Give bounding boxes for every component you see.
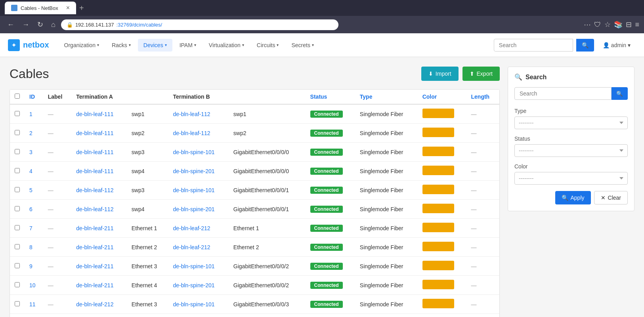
sidebar-search-input[interactable] (514, 87, 612, 100)
nav-search-input[interactable] (494, 39, 573, 52)
row-id[interactable]: 10 (25, 276, 43, 295)
select-all-checkbox[interactable] (15, 94, 20, 99)
row-checkbox[interactable] (15, 225, 20, 230)
row-id[interactable]: 4 (25, 162, 43, 181)
row-checkbox-cell[interactable] (10, 143, 25, 162)
nav-search-button[interactable]: 🔍 (576, 39, 594, 52)
row-term-b-device[interactable]: de-bln-spine-201 (168, 200, 228, 219)
cable-id-link[interactable]: 1 (29, 111, 32, 117)
row-checkbox[interactable] (15, 149, 20, 154)
row-term-a-device[interactable]: de-bln-leaf-111 (71, 162, 127, 181)
row-checkbox[interactable] (15, 187, 20, 192)
row-checkbox[interactable] (15, 206, 20, 211)
row-term-b-device[interactable]: de-bln-leaf-112 (168, 104, 228, 124)
row-checkbox-cell[interactable] (10, 200, 25, 219)
row-term-a-device[interactable]: de-bln-leaf-112 (71, 200, 127, 219)
sidebar-search-button[interactable]: 🔍 (612, 87, 628, 100)
row-id[interactable]: 7 (25, 219, 43, 238)
row-id[interactable]: 5 (25, 181, 43, 200)
row-checkbox[interactable] (15, 244, 20, 249)
cable-id-link[interactable]: 6 (29, 206, 32, 212)
row-term-a-device[interactable]: de-bln-leaf-212 (71, 314, 127, 317)
term-b-device-link[interactable]: de-bln-spine-101 (173, 187, 214, 193)
term-b-device-link[interactable]: de-bln-leaf-212 (173, 225, 210, 231)
term-a-device-link[interactable]: de-bln-leaf-111 (76, 149, 113, 155)
row-id[interactable]: 1 (25, 104, 43, 124)
row-term-b-device[interactable]: de-bln-spine-201 (168, 162, 228, 181)
browser-tab[interactable]: Cables - NetBox × (5, 2, 76, 14)
row-checkbox[interactable] (15, 301, 20, 306)
row-checkbox-cell[interactable] (10, 181, 25, 200)
row-checkbox-cell[interactable] (10, 314, 25, 317)
term-a-device-link[interactable]: de-bln-leaf-112 (76, 187, 113, 193)
term-b-device-link[interactable]: de-bln-spine-101 (173, 263, 214, 269)
term-b-device-link[interactable]: de-bln-leaf-212 (173, 244, 210, 250)
nav-item-ipam[interactable]: IPAM ▾ (174, 39, 202, 52)
filter-status-select[interactable]: -------- (514, 144, 628, 157)
sidebar-toggle-icon[interactable]: ⊟ (626, 20, 632, 29)
row-checkbox[interactable] (15, 168, 20, 173)
cable-id-link[interactable]: 3 (29, 149, 32, 155)
term-a-device-link[interactable]: de-bln-leaf-212 (76, 301, 113, 307)
row-id[interactable]: 3 (25, 143, 43, 162)
nav-item-secrets[interactable]: Secrets ▾ (286, 39, 319, 52)
term-a-device-link[interactable]: de-bln-leaf-211 (76, 263, 113, 269)
row-id[interactable]: 6 (25, 200, 43, 219)
row-term-b-device[interactable]: de-bln-leaf-212 (168, 219, 228, 238)
filter-type-select[interactable]: -------- (514, 116, 628, 129)
row-term-b-device[interactable]: de-bln-spine-201 (168, 276, 228, 295)
cable-id-link[interactable]: 7 (29, 225, 32, 231)
row-checkbox[interactable] (15, 282, 20, 287)
menu-icon[interactable]: ≡ (635, 21, 639, 29)
apply-button[interactable]: 🔍 Apply (555, 191, 591, 204)
cable-id-link[interactable]: 10 (29, 282, 36, 288)
row-term-a-device[interactable]: de-bln-leaf-211 (71, 238, 127, 257)
row-term-a-device[interactable]: de-bln-leaf-211 (71, 276, 127, 295)
row-checkbox-cell[interactable] (10, 238, 25, 257)
nav-item-organization[interactable]: Organization ▾ (59, 39, 105, 52)
row-id[interactable]: 11 (25, 295, 43, 314)
term-a-device-link[interactable]: de-bln-leaf-111 (76, 130, 113, 136)
refresh-button[interactable]: ↻ (35, 19, 46, 31)
cable-id-link[interactable]: 2 (29, 130, 32, 136)
row-term-a-device[interactable]: de-bln-leaf-212 (71, 295, 127, 314)
row-checkbox[interactable] (15, 263, 20, 268)
term-b-device-link[interactable]: de-bln-spine-201 (173, 206, 214, 212)
row-term-b-device[interactable]: de-bln-spine-101 (168, 181, 228, 200)
nav-item-devices[interactable]: Devices ▾ (138, 39, 172, 52)
row-term-a-device[interactable]: de-bln-leaf-211 (71, 219, 127, 238)
export-button[interactable]: ⬆ Export (462, 67, 500, 81)
bookmarks-library-icon[interactable]: 📚 (614, 20, 623, 29)
term-b-device-link[interactable]: de-bln-leaf-112 (173, 130, 210, 136)
row-term-b-device[interactable]: de-bln-leaf-212 (168, 238, 228, 257)
nav-user-menu[interactable]: 👤 admin ▾ (597, 39, 636, 52)
term-a-device-link[interactable]: de-bln-leaf-211 (76, 282, 113, 288)
row-term-a-device[interactable]: de-bln-leaf-111 (71, 143, 127, 162)
new-tab-button[interactable]: + (79, 4, 84, 13)
row-term-a-device[interactable]: de-bln-leaf-112 (71, 181, 127, 200)
term-b-device-link[interactable]: de-bln-leaf-112 (173, 111, 210, 117)
back-button[interactable]: ← (5, 19, 17, 31)
term-b-device-link[interactable]: de-bln-spine-201 (173, 168, 214, 174)
nav-item-virtualization[interactable]: Virtualization ▾ (203, 39, 250, 52)
term-a-device-link[interactable]: de-bln-leaf-111 (76, 111, 113, 117)
row-checkbox[interactable] (15, 130, 20, 135)
extensions-icon[interactable]: ⋯ (584, 20, 591, 29)
cable-id-link[interactable]: 5 (29, 187, 32, 193)
row-id[interactable]: 12 (25, 314, 43, 317)
row-id[interactable]: 2 (25, 124, 43, 143)
forward-button[interactable]: → (20, 19, 32, 31)
clear-button[interactable]: ✕ Clear (594, 191, 628, 204)
row-term-b-device[interactable]: de-bln-spine-101 (168, 257, 228, 276)
row-term-b-device[interactable]: de-bln-spine-101 (168, 143, 228, 162)
row-checkbox-cell[interactable] (10, 124, 25, 143)
term-b-device-link[interactable]: de-bln-spine-101 (173, 149, 214, 155)
row-checkbox-cell[interactable] (10, 257, 25, 276)
row-id[interactable]: 9 (25, 257, 43, 276)
term-a-device-link[interactable]: de-bln-leaf-112 (76, 206, 113, 212)
row-term-b-device[interactable]: de-bln-spine-201 (168, 314, 228, 317)
cable-id-link[interactable]: 11 (29, 301, 36, 307)
row-term-a-device[interactable]: de-bln-leaf-111 (71, 104, 127, 124)
cable-id-link[interactable]: 8 (29, 244, 32, 250)
bookmark-icon[interactable]: ☆ (604, 20, 611, 29)
